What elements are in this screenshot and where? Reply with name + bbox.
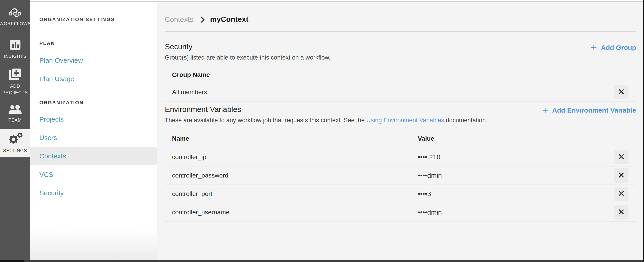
close-icon: [618, 209, 624, 216]
security-heading-block: Security Group(s) listed are able to exe…: [165, 42, 330, 61]
sidebar-item-team[interactable]: TEAM: [0, 99, 30, 129]
security-description: Group(s) listed are able to execute this…: [165, 54, 330, 61]
breadcrumb: Contexts myContext: [165, 15, 636, 23]
add-projects-icon: [8, 68, 22, 80]
env-section-header: Environment Variables These are availabl…: [165, 105, 636, 124]
group-row: All members: [165, 83, 636, 102]
main-content: Contexts myContext Security Group(s) lis…: [158, 1, 643, 260]
top-divider: [30, 0, 643, 1]
settings-nav-sidebar: ORGANIZATION SETTINGS PLAN Plan Overview…: [30, 0, 158, 260]
sidebar-item-add-projects[interactable]: ADD PROJECTS: [0, 65, 30, 99]
workflows-icon: [8, 7, 22, 18]
chevron-right-icon: [198, 17, 204, 23]
groups-table: Group Name All members: [165, 67, 636, 102]
nav-link-projects[interactable]: Projects: [30, 110, 158, 129]
env-description-suffix: documentation.: [444, 117, 487, 124]
group-name-header: Group Name: [172, 71, 210, 78]
value-column-header: Value: [418, 135, 434, 142]
breadcrumb-divider: [165, 31, 636, 32]
env-var-row: controller_ip ••••.210: [165, 148, 636, 167]
add-group-label: Add Group: [601, 44, 636, 51]
env-description-prefix: These are available to any workflow job …: [165, 117, 366, 124]
add-env-var-button[interactable]: + Add Environment Variable: [542, 105, 636, 114]
using-env-vars-link[interactable]: Using Environment Variables: [366, 117, 444, 124]
app-icon-sidebar: WORKFLOWS INSIGHTS: [0, 0, 30, 260]
sidebar-item-label: WORKFLOWS: [0, 20, 31, 27]
name-column-header: Name: [172, 135, 418, 142]
remove-env-var-button[interactable]: [614, 187, 628, 201]
window-right-edge: [643, 0, 644, 262]
app-window: WORKFLOWS INSIGHTS: [0, 0, 644, 262]
env-var-value: ••••dmin: [418, 209, 614, 216]
env-table-header: Name Value: [165, 130, 636, 148]
groups-table-header: Group Name: [165, 67, 636, 83]
breadcrumb-current: myContext: [210, 15, 248, 23]
env-description: These are available to any workflow job …: [165, 117, 487, 124]
security-section-header: Security Group(s) listed are able to exe…: [165, 42, 636, 61]
env-title: Environment Variables: [165, 105, 487, 114]
remove-env-var-button[interactable]: [614, 150, 628, 164]
env-var-name: controller_port: [172, 190, 418, 198]
env-vars-table: Name Value controller_ip ••••.210 contro…: [165, 130, 636, 222]
breadcrumb-contexts-link[interactable]: Contexts: [165, 15, 193, 23]
insights-icon: [9, 39, 21, 50]
env-heading-block: Environment Variables These are availabl…: [165, 105, 487, 124]
close-icon: [618, 190, 624, 197]
sidebar-item-label: ADD PROJECTS: [0, 83, 30, 96]
add-env-var-label: Add Environment Variable: [552, 106, 636, 114]
env-var-value: ••••.210: [418, 153, 614, 161]
remove-env-var-button[interactable]: [614, 205, 628, 220]
env-var-row: controller_port ••••3: [165, 185, 636, 203]
env-var-row: controller_password ••••dmin: [165, 167, 636, 185]
settings-icon: [7, 132, 23, 145]
remove-env-var-button[interactable]: [614, 168, 628, 183]
remove-group-button[interactable]: [614, 85, 628, 99]
group-name-cell: All members: [172, 88, 614, 96]
nav-link-plan-usage[interactable]: Plan Usage: [30, 70, 158, 88]
window-bottom-edge: [0, 260, 644, 262]
nav-link-users[interactable]: Users: [30, 129, 158, 147]
env-var-value: ••••dmin: [418, 172, 614, 179]
close-icon: [618, 172, 624, 179]
env-var-name: controller_password: [172, 172, 418, 179]
close-icon: [618, 88, 624, 95]
close-icon: [618, 153, 624, 160]
sidebar-item-workflows[interactable]: WORKFLOWS: [0, 0, 30, 34]
sidebar-item-label: SETTINGS: [3, 147, 27, 154]
nav-section-organization: ORGANIZATION: [30, 100, 158, 106]
sidebar-item-label: INSIGHTS: [4, 53, 26, 59]
nav-link-contexts[interactable]: Contexts: [30, 147, 158, 165]
team-icon: [8, 105, 22, 114]
nav-section-plan: PLAN: [30, 40, 158, 46]
window-bottom-edge-dark: [0, 260, 24, 262]
nav-link-vcs[interactable]: VCS: [30, 165, 158, 184]
env-var-value: ••••3: [418, 190, 614, 198]
add-group-button[interactable]: + Add Group: [591, 42, 636, 51]
security-title: Security: [165, 42, 330, 51]
sidebar-item-settings[interactable]: SETTINGS: [0, 129, 30, 157]
sidebar-item-insights[interactable]: INSIGHTS: [0, 34, 30, 65]
env-var-name: controller_ip: [172, 153, 418, 161]
nav-link-plan-overview[interactable]: Plan Overview: [30, 51, 158, 70]
sidebar-item-label: TEAM: [8, 117, 22, 123]
nav-link-security[interactable]: Security: [30, 184, 158, 202]
env-var-row: controller_username ••••dmin: [165, 203, 636, 222]
env-var-name: controller_username: [172, 209, 418, 216]
nav-title: ORGANIZATION SETTINGS: [30, 0, 158, 22]
